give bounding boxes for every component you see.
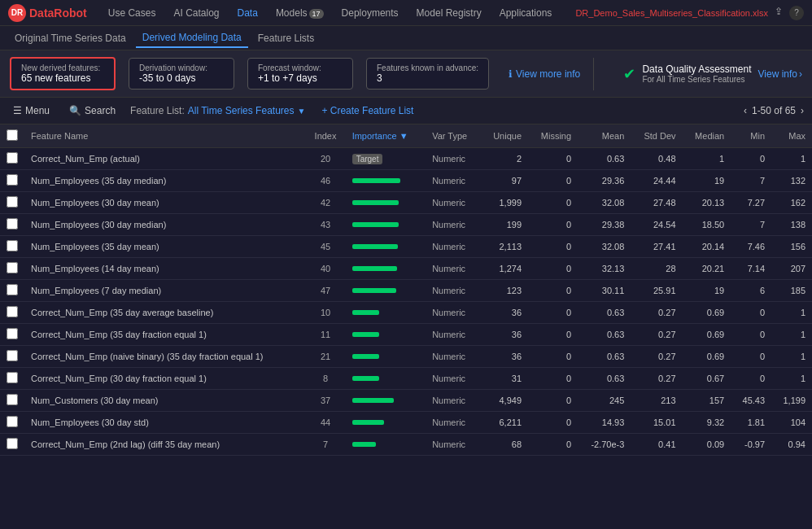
feature-list-selector[interactable]: Feature List: All Time Series Features ▼ — [130, 105, 305, 116]
menu-button[interactable]: ☰ Menu — [8, 103, 55, 119]
row-feature-name: Num_Employees (7 day median) — [24, 280, 305, 302]
row-index: 47 — [305, 280, 345, 302]
row-missing: 0 — [528, 148, 578, 170]
col-var-type[interactable]: Var Type — [426, 125, 481, 148]
nav-models[interactable]: Models17 — [268, 4, 332, 22]
col-std-dev[interactable]: Std Dev — [631, 125, 682, 148]
row-checkbox[interactable] — [7, 416, 18, 427]
search-button[interactable]: 🔍 Search — [64, 103, 120, 119]
row-checkbox[interactable] — [7, 240, 18, 251]
select-all-checkbox[interactable] — [7, 129, 18, 141]
row-index: 37 — [305, 390, 345, 412]
col-max[interactable]: Max — [771, 125, 812, 148]
importance-bar — [352, 200, 409, 205]
row-checkbox[interactable] — [7, 328, 18, 339]
row-index: 10 — [305, 302, 345, 324]
row-unique: 36 — [481, 346, 528, 368]
row-max: 1 — [771, 368, 812, 390]
prev-page-button[interactable]: ‹ — [744, 105, 747, 116]
row-index: 21 — [305, 346, 345, 368]
row-checkbox[interactable] — [7, 174, 18, 186]
row-var-type: Numeric — [426, 280, 481, 302]
row-unique: 199 — [481, 214, 528, 236]
help-icon[interactable]: ? — [789, 6, 804, 20]
col-min[interactable]: Min — [731, 125, 771, 148]
row-checkbox-cell — [0, 280, 24, 302]
chevron-right-icon: › — [799, 68, 802, 80]
row-var-type: Numeric — [426, 170, 481, 192]
row-unique: 123 — [481, 280, 528, 302]
info-bar: New derived features: 65 new features De… — [0, 50, 812, 98]
row-index: 40 — [305, 258, 345, 280]
table-row: Correct_Num_Emp (actual) 20 Target Numer… — [0, 148, 812, 170]
row-checkbox[interactable] — [7, 438, 18, 449]
col-missing[interactable]: Missing — [528, 125, 578, 148]
search-icon: 🔍 — [69, 105, 81, 116]
new-features-label: New derived features: — [21, 63, 104, 72]
col-feature-name[interactable]: Feature Name — [24, 125, 305, 148]
row-checkbox[interactable] — [7, 372, 18, 383]
row-max: 104 — [771, 412, 812, 434]
nav-applications[interactable]: Applications — [491, 4, 561, 22]
row-median: 1 — [683, 148, 731, 170]
row-checkbox[interactable] — [7, 196, 18, 208]
row-checkbox[interactable] — [7, 350, 18, 361]
row-max: 1 — [771, 346, 812, 368]
row-index: 42 — [305, 192, 345, 214]
row-std-dev: 0.27 — [631, 324, 682, 346]
known-advance-card: Features known in advance: 3 — [366, 58, 489, 90]
row-checkbox[interactable] — [7, 306, 18, 317]
view-info-button[interactable]: View info › — [758, 68, 802, 80]
row-median: 20.14 — [683, 236, 731, 258]
nav-data[interactable]: Data — [229, 4, 266, 22]
row-max: 1,199 — [771, 390, 812, 412]
row-median: 0.69 — [683, 324, 731, 346]
row-std-dev: 0.27 — [631, 302, 682, 324]
next-page-button[interactable]: › — [801, 105, 804, 116]
view-more-button[interactable]: ℹ View more info — [509, 68, 580, 80]
row-missing: 0 — [528, 302, 578, 324]
row-max: 138 — [771, 214, 812, 236]
nav-deployments[interactable]: Deployments — [334, 4, 407, 22]
row-unique: 1,274 — [481, 258, 528, 280]
row-checkbox[interactable] — [7, 284, 18, 295]
subnav-feature-lists[interactable]: Feature Lists — [251, 29, 321, 47]
col-importance[interactable]: Importance ▼ — [346, 125, 426, 148]
feature-list-name[interactable]: All Time Series Features — [188, 105, 295, 116]
importance-bar — [352, 288, 409, 293]
row-checkbox[interactable] — [7, 152, 18, 164]
row-mean: 32.08 — [578, 236, 631, 258]
row-importance — [346, 192, 426, 214]
col-index[interactable]: Index — [305, 125, 345, 148]
row-min: 6 — [731, 280, 771, 302]
quality-text: Data Quality Assessment For All Time Ser… — [642, 63, 751, 84]
table-row: Correct_Num_Emp (30 day fraction equal 1… — [0, 368, 812, 390]
row-checkbox[interactable] — [7, 394, 18, 405]
row-min: 0 — [731, 346, 771, 368]
row-missing: 0 — [528, 434, 578, 456]
table-row: Num_Customers (30 day mean) 37 Numeric 4… — [0, 390, 812, 412]
create-feature-list-button[interactable]: + Create Feature List — [321, 105, 413, 116]
col-mean[interactable]: Mean — [578, 125, 631, 148]
row-min: 1.81 — [731, 412, 771, 434]
col-median[interactable]: Median — [683, 125, 731, 148]
row-mean: 30.11 — [578, 280, 631, 302]
table-row: Correct_Num_Emp (35 day average baseline… — [0, 302, 812, 324]
row-var-type: Numeric — [426, 214, 481, 236]
quality-check-icon: ✔ — [623, 65, 635, 83]
table-row: Num_Employees (7 day median) 47 Numeric … — [0, 280, 812, 302]
subnav-original[interactable]: Original Time Series Data — [8, 29, 133, 47]
nav-model-registry[interactable]: Model Registry — [408, 4, 490, 22]
subnav-derived[interactable]: Derived Modeling Data — [136, 28, 248, 48]
row-std-dev: 25.91 — [631, 280, 682, 302]
row-median: 18.50 — [683, 214, 731, 236]
row-checkbox[interactable] — [7, 262, 18, 273]
share-icon[interactable]: ⇪ — [775, 6, 783, 20]
logo[interactable]: DR DataRobot — [8, 4, 87, 22]
nav-use-cases[interactable]: Use Cases — [100, 4, 164, 22]
row-std-dev: 27.48 — [631, 192, 682, 214]
nav-ai-catalog[interactable]: AI Catalog — [165, 4, 227, 22]
row-checkbox[interactable] — [7, 218, 18, 230]
row-missing: 0 — [528, 170, 578, 192]
col-unique[interactable]: Unique — [481, 125, 528, 148]
